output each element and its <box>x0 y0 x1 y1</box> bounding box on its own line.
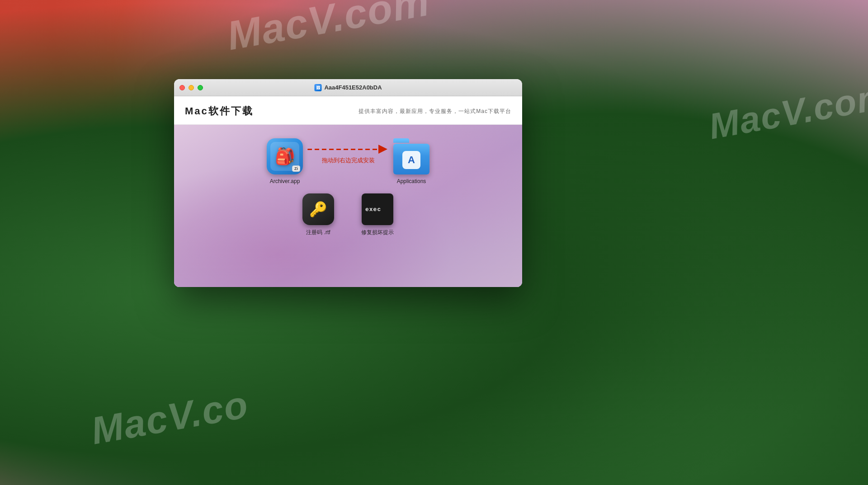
window-title-group: 🖼 Aaa4F451E52A0bDA <box>314 84 382 91</box>
backpack-icon: 🎒 <box>275 147 295 166</box>
keychain-emoji: 🔑 <box>309 201 327 218</box>
titlebar: 🖼 Aaa4F451E52A0bDA <box>174 79 522 96</box>
arrow-head-icon <box>378 145 387 154</box>
app-title: Mac软件下载 <box>185 104 254 118</box>
app-header: Mac软件下载 提供丰富内容，最新应用，专业服务，一站式Mac下载平台 <box>174 96 522 125</box>
zip-badge: Zi <box>292 165 300 172</box>
close-button[interactable] <box>179 85 185 90</box>
dashed-line <box>307 149 377 150</box>
keychain-icon: 🔑 <box>302 193 334 225</box>
exec-label: 修复损坏提示 <box>361 229 394 236</box>
window-app-icon: 🖼 <box>314 84 321 91</box>
applications-folder-icon: A <box>393 138 429 174</box>
bottom-items: 🔑 注册码 .rtf exec 修复损坏提示 <box>174 189 522 245</box>
window-content: Mac软件下载 提供丰富内容，最新应用，专业服务，一站式Mac下载平台 🎒 Zi… <box>174 96 522 287</box>
exec-item[interactable]: exec 修复损坏提示 <box>361 193 394 236</box>
exec-text: exec <box>365 206 381 213</box>
folder-tab <box>393 138 409 143</box>
app-window: 🖼 Aaa4F451E52A0bDA Mac软件下载 提供丰富内容，最新应用，专… <box>174 79 522 287</box>
registration-item[interactable]: 🔑 注册码 .rtf <box>302 193 334 236</box>
minimize-button[interactable] <box>189 85 194 90</box>
app-subtitle: 提供丰富内容，最新应用，专业服务，一站式Mac下载平台 <box>359 108 511 115</box>
archiver-app-icon: 🎒 Zi <box>267 138 303 174</box>
drag-arrow-area: 拖动到右边完成安装 <box>303 145 393 165</box>
registration-label: 注册码 .rtf <box>306 229 330 236</box>
traffic-lights <box>179 85 203 90</box>
exec-icon: exec <box>362 193 393 225</box>
applications-folder-item[interactable]: A Applications <box>393 138 429 184</box>
applications-label: Applications <box>397 178 426 184</box>
maximize-button[interactable] <box>198 85 203 90</box>
dashed-arrow <box>307 145 389 154</box>
window-title: Aaa4F451E52A0bDA <box>324 84 382 91</box>
archiver-app-item[interactable]: 🎒 Zi Archiver.app <box>267 138 303 184</box>
folder-a-badge: A <box>402 151 420 169</box>
install-section: 🎒 Zi Archiver.app 拖动到右边完成安装 <box>174 125 522 189</box>
archiver-label: Archiver.app <box>270 178 300 184</box>
folder-body: A <box>393 144 429 174</box>
drag-instruction: 拖动到右边完成安装 <box>322 156 375 165</box>
dmg-install-area: 🎒 Zi Archiver.app 拖动到右边完成安装 <box>174 125 522 287</box>
